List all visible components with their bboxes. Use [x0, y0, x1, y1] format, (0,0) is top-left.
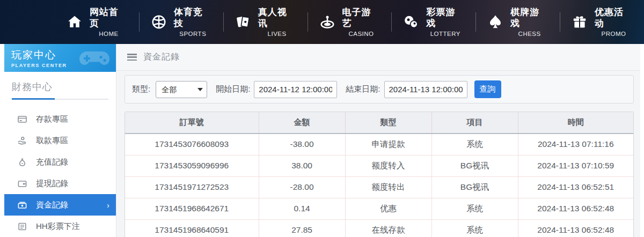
top-nav-bar: 网站首页HOME体育竞技SPORTS真人视讯LIVES电子游艺CASINO彩票游… [0, 0, 644, 44]
withdraw-hand-icon [17, 136, 27, 146]
nav-item-promo[interactable]: 优惠活动PROMO [560, 6, 644, 38]
nav-item-home[interactable]: 网站首页HOME [55, 6, 139, 38]
nav-item-chess[interactable]: 棋牌游戏CHESS [476, 6, 560, 38]
type-cell: 申请提款 [345, 134, 431, 155]
end-date-input[interactable] [384, 81, 467, 98]
nav-label-en: CHESS [518, 30, 541, 38]
spade-icon [487, 14, 503, 30]
table-row: 1731453076608093-38.00申请提款系统2024-11-13 0… [125, 134, 633, 155]
sidebar-item-label: 資金記錄 [36, 200, 68, 210]
nav-item-sports[interactable]: 体育竞技SPORTS [140, 6, 223, 38]
type-select[interactable]: 全部 [156, 81, 207, 98]
banknotes-icon [17, 200, 27, 210]
nav-label-en: HOME [99, 30, 119, 38]
gamepad-icon [77, 46, 112, 72]
amount-cell: -28.00 [259, 176, 345, 198]
nav-item-casino[interactable]: 电子游艺CASINO [308, 6, 392, 38]
nav-label-zh: 棋牌游戏 [510, 6, 548, 29]
sidebar-item-label: HH彩票下注 [36, 221, 80, 232]
funds-table-panel: 訂單號金額類型項目時間 1731453076608093-38.00申请提款系统… [125, 112, 634, 237]
chevron-right-icon: › [107, 201, 109, 210]
nav-label-en: SPORTS [179, 30, 206, 38]
nav-label-en: LIVES [268, 30, 287, 38]
column-header-project: 項目 [431, 112, 518, 134]
credit-card-icon [17, 114, 27, 124]
menu-toggle-icon[interactable] [127, 54, 137, 61]
search-button[interactable]: 查詢 [474, 80, 501, 98]
column-header-time: 時間 [518, 112, 633, 134]
time-cell: 2024-11-13 06:52:48 [518, 198, 633, 219]
sidebar-item-3[interactable]: 提現記錄 [4, 173, 116, 194]
column-header-amount: 金額 [259, 112, 345, 134]
table-row: 1731451971272523-28.00额度转出BG视讯2024-11-13… [125, 176, 633, 198]
main-content: 資金記錄 類型: 全部 開始日期: 結束日期: 查詢 訂單號金額類型項目時間 1… [116, 44, 640, 237]
project-cell: BG视讯 [431, 155, 518, 176]
time-cell: 2024-11-13 06:52:48 [518, 219, 633, 237]
order-no-cell: 1731453059096996 [125, 155, 259, 176]
nav-item-lottery[interactable]: 彩票游戏LOTTERY [392, 6, 475, 38]
order-no-cell: 1731451968642671 [125, 198, 259, 219]
start-date-input[interactable] [254, 81, 337, 98]
sidebar-item-label: 充值記錄 [36, 157, 68, 167]
nav-label-zh: 电子游艺 [342, 6, 380, 29]
page-title: 資金記錄 [143, 51, 180, 63]
order-no-cell: 1731451968640591 [125, 219, 259, 237]
top-nav-items: 网站首页HOME体育竞技SPORTS真人视讯LIVES电子游艺CASINO彩票游… [0, 0, 644, 44]
amount-cell: 0.14 [259, 198, 345, 219]
section-divider [12, 99, 108, 100]
time-cell: 2024-11-13 07:11:16 [518, 134, 633, 155]
table-body: 1731453076608093-38.00申请提款系统2024-11-13 0… [125, 134, 633, 237]
nav-label-en: PROMO [602, 30, 626, 38]
gift-icon [572, 14, 588, 30]
finance-center-section-title: 財務中心 [12, 80, 116, 93]
table-row: 173145196864059127.85在线存款系统2024-11-13 06… [125, 219, 633, 237]
nav-label-zh: 优惠活动 [595, 6, 633, 29]
project-cell: BG视讯 [431, 176, 518, 198]
sidebar-menu: 存款專區取款專區充值記錄提現記錄資金記錄›HH彩票下注魔宝投註記錄 [4, 108, 116, 237]
list-icon [17, 221, 27, 232]
amount-cell: -38.00 [259, 134, 345, 155]
money-bag-icon [17, 157, 27, 167]
type-select-wrap: 全部 [156, 81, 207, 98]
nav-label-zh: 彩票游戏 [426, 6, 464, 29]
nav-label-zh: 网站首页 [90, 6, 128, 29]
funds-table: 訂單號金額類型項目時間 1731453076608093-38.00申请提款系统… [125, 112, 633, 237]
sidebar-item-label: 取款專區 [36, 136, 68, 146]
table-row: 173145305909699638.00额度转入BG视讯2024-11-13 … [125, 155, 633, 176]
type-cell: 额度转出 [345, 176, 431, 198]
nav-label-en: LOTTERY [430, 30, 460, 38]
home-icon [67, 14, 83, 30]
breadcrumb: 資金記錄 [116, 44, 640, 71]
amount-cell: 27.85 [259, 219, 345, 237]
sidebar-item-5[interactable]: HH彩票下注 [4, 216, 116, 237]
nav-label-en: CASINO [348, 30, 374, 38]
start-date-label: 開始日期: [216, 84, 250, 94]
players-center-header: 玩家中心 PLAYERS CENTER [4, 44, 116, 72]
column-header-type: 類型 [345, 112, 431, 134]
nav-label-zh: 体育竞技 [174, 6, 212, 29]
column-header-order-no: 訂單號 [125, 112, 259, 134]
time-cell: 2024-11-13 06:52:51 [518, 176, 633, 198]
sidebar-item-label: 存款專區 [36, 114, 68, 124]
wallet-icon [17, 179, 27, 189]
basketball-icon [151, 14, 167, 30]
end-date-label: 結束日期: [346, 84, 380, 94]
nav-item-lives[interactable]: 真人视讯LIVES [224, 6, 308, 38]
time-cell: 2024-11-13 07:10:59 [518, 155, 633, 176]
playing-cards-icon [235, 14, 251, 30]
sidebar-item-4[interactable]: 資金記錄› [4, 194, 116, 216]
amount-cell: 38.00 [259, 155, 345, 176]
sidebar-item-1[interactable]: 取款專區 [4, 130, 116, 151]
type-cell: 额度转入 [345, 155, 431, 176]
project-cell: 系统 [431, 219, 518, 237]
order-no-cell: 1731451971272523 [125, 176, 259, 198]
filter-panel: 類型: 全部 開始日期: 結束日期: 查詢 [125, 75, 634, 103]
project-cell: 系统 [431, 134, 518, 155]
type-cell: 优惠 [345, 198, 431, 219]
sidebar-item-2[interactable]: 充值記錄 [4, 151, 116, 173]
project-cell: 系统 [431, 198, 518, 219]
nav-label-zh: 真人视讯 [258, 6, 296, 29]
sidebar-item-label: 提現記錄 [36, 179, 68, 189]
type-label: 類型: [132, 84, 150, 94]
sidebar-item-0[interactable]: 存款專區 [4, 108, 116, 130]
